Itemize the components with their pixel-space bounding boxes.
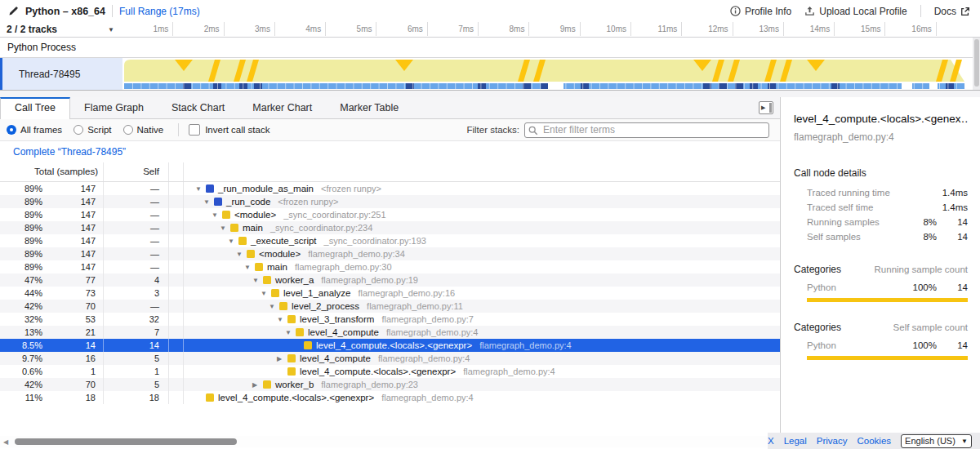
total-percent: 89%	[0, 197, 42, 207]
expand-triangle-icon[interactable]: ▶	[252, 379, 263, 391]
scroll-left-arrow-icon[interactable]: ◀	[3, 438, 8, 446]
footer-link-x[interactable]: X	[768, 436, 774, 446]
call-tree-row[interactable]: 8.5%1414level_4_compute.<locals>.<genexp…	[0, 339, 780, 352]
collapse-triangle-icon[interactable]: ▼	[269, 300, 279, 313]
function-file-line: flamegraph_demo.py:16	[358, 288, 455, 298]
thread-track: Thread-78495	[0, 58, 980, 90]
tab-flame-graph[interactable]: Flame Graph	[70, 98, 158, 118]
search-icon	[528, 124, 538, 139]
filter-stacks-input[interactable]	[524, 122, 769, 138]
vertical-scrollbar[interactable]	[973, 38, 980, 90]
divider	[178, 123, 179, 136]
call-tree-row[interactable]: 89%147—▼_run_module_as_main<frozen runpy…	[0, 182, 780, 195]
cell-total: 89%147	[0, 247, 104, 260]
category-value: 14	[937, 282, 968, 292]
ruler-tick: 3ms	[225, 22, 275, 36]
column-header-tree	[184, 162, 780, 181]
call-tree-row[interactable]: 42%70—▼level_2_processflamegraph_demo.py…	[0, 300, 780, 313]
call-tree-row[interactable]: 42%705▶worker_bflamegraph_demo.py:23	[0, 378, 780, 391]
collapse-triangle-icon[interactable]: ▼	[252, 274, 263, 287]
process-track[interactable]: Python Process	[0, 38, 980, 58]
footer-links: XLegalPrivacyCookies	[768, 436, 891, 446]
cell-total: 89%147	[0, 221, 104, 234]
collapse-triangle-icon[interactable]: ▼	[203, 196, 214, 208]
tab-stack-chart[interactable]: Stack Chart	[158, 98, 238, 118]
tab-marker-chart[interactable]: Marker Chart	[238, 98, 326, 118]
radio-script[interactable]: Script	[74, 125, 111, 135]
call-node-details: Traced running time1.4msTraced self time…	[781, 185, 980, 244]
collapse-triangle-icon[interactable]: ▼	[244, 261, 255, 273]
horizontal-scrollbar[interactable]: ◀	[0, 436, 768, 447]
language-select[interactable]: English (US) ▼	[901, 434, 972, 448]
category-square-icon	[296, 328, 304, 336]
scrollbar-thumb[interactable]	[974, 39, 979, 87]
call-tree-row[interactable]: 44%733▼level_1_analyzeflamegraph_demo.py…	[0, 287, 780, 300]
column-header-total[interactable]: Total (samples)	[0, 162, 104, 181]
ruler-tick: 15ms	[835, 22, 885, 36]
call-tree-row[interactable]: 89%147—▼<module>flamegraph_demo.py:34	[0, 247, 780, 260]
cell-function: level_4_compute.<locals>.<genexpr>flameg…	[184, 391, 780, 404]
call-tree-row[interactable]: 9.7%165▶level_4_computeflamegraph_demo.p…	[0, 352, 780, 365]
detail-value: 14	[937, 217, 968, 227]
category-value: 14	[937, 340, 968, 350]
docs-button[interactable]: Docs	[934, 6, 970, 17]
cell-self: 18	[104, 391, 169, 404]
tab-marker-table[interactable]: Marker Table	[326, 98, 412, 118]
collapse-triangle-icon[interactable]: ▼	[212, 209, 222, 221]
column-header-self[interactable]: Self	[104, 162, 169, 181]
call-tree-row[interactable]: 89%147—▼mainflamegraph_demo.py:30	[0, 260, 780, 273]
footer-link-cookies[interactable]: Cookies	[858, 436, 892, 446]
footer-link-legal[interactable]: Legal	[784, 436, 807, 446]
invert-call-stack-checkbox[interactable]: Invert call stack	[189, 124, 270, 136]
scrollbar-thumb[interactable]	[15, 438, 237, 445]
collapse-triangle-icon[interactable]: ▼	[195, 183, 206, 195]
call-tree-row[interactable]: 11%1818level_4_compute.<locals>.<genexpr…	[0, 391, 780, 404]
collapse-triangle-icon[interactable]: ▼	[261, 287, 271, 300]
collapse-triangle-icon[interactable]: ▼	[228, 235, 238, 247]
collapse-triangle-icon[interactable]: ▼	[236, 248, 247, 260]
thread-activity-graph[interactable]	[122, 59, 968, 89]
divider	[920, 5, 921, 17]
profile-info-button[interactable]: Profile Info	[730, 6, 791, 17]
call-tree-row[interactable]: 89%147—▼_execute_script_sync_coordinator…	[0, 234, 780, 247]
sidebar-toggle-button[interactable]: ▶	[759, 101, 773, 114]
full-range-link[interactable]: Full Range (17ms)	[119, 6, 200, 17]
radio-all-frames[interactable]: All frames	[7, 125, 62, 135]
cell-self: 32	[104, 313, 169, 326]
call-tree-row[interactable]: 32%5332▼level_3_transformflamegraph_demo…	[0, 313, 780, 326]
call-tree-row[interactable]: 89%147—▼_run_code<frozen runpy>	[0, 195, 780, 208]
ruler-tick: 10ms	[581, 22, 631, 36]
collapse-triangle-icon[interactable]: ▼	[220, 222, 230, 234]
ruler-tick: 7ms	[428, 22, 479, 36]
collapse-triangle-icon[interactable]: ▼	[285, 327, 296, 339]
thread-track-label[interactable]: Thread-78495	[0, 58, 122, 90]
detail-percent: 8%	[902, 217, 937, 227]
cell-total: 89%147	[0, 208, 104, 221]
categories-sections: CategoriesRunning sample countPython100%…	[781, 264, 980, 360]
upload-profile-button[interactable]: Upload Local Profile	[804, 6, 906, 17]
call-tree-row[interactable]: 89%147—▼main_sync_coordinator.py:234	[0, 221, 780, 234]
radio-icon	[123, 125, 133, 135]
detail-value: 1.4ms	[937, 188, 968, 198]
call-tree-row[interactable]: 89%147—▼<module>_sync_coordinator.py:251	[0, 208, 780, 221]
expand-triangle-icon[interactable]: ▶	[277, 353, 287, 365]
total-samples: 147	[42, 262, 103, 272]
footer-link-privacy[interactable]: Privacy	[817, 436, 848, 446]
total-percent: 32%	[0, 314, 42, 324]
categories-count-label: Running sample count	[875, 265, 968, 274]
cell-self: 7	[104, 326, 169, 339]
timeline-ruler[interactable]: 1ms2ms3ms4ms5ms6ms7ms8ms9ms10ms11ms12ms1…	[122, 22, 973, 37]
collapse-triangle-icon[interactable]: ▼	[277, 313, 287, 326]
radio-native[interactable]: Native	[123, 125, 164, 135]
cell-function: ▼level_3_transformflamegraph_demo.py:7	[184, 313, 780, 326]
call-tree-row[interactable]: 0.6%11level_4_compute.<locals>.<genexpr>…	[0, 365, 780, 378]
tab-call-tree[interactable]: Call Tree	[0, 97, 70, 119]
category-name: Python	[807, 340, 902, 350]
edit-pencil-icon[interactable]	[8, 6, 19, 16]
category-percent: 100%	[902, 340, 937, 350]
tracks-dropdown[interactable]: 2 / 2 tracks ▼	[0, 22, 122, 37]
call-tree-row[interactable]: 47%774▼worker_aflamegraph_demo.py:19	[0, 273, 780, 287]
call-tree-row[interactable]: 13%217▼level_4_computeflamegraph_demo.py…	[0, 326, 780, 339]
breadcrumb-complete-thread[interactable]: Complete “Thread-78495”	[13, 146, 126, 158]
category-square-icon	[230, 224, 238, 232]
